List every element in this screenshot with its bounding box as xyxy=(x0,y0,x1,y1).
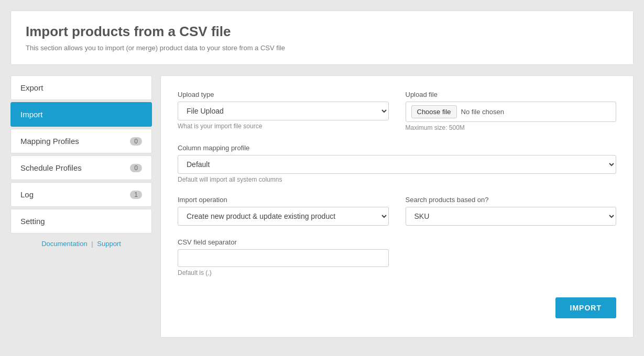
upload-file-hint: Maximum size: 500M xyxy=(406,124,617,131)
sidebar-item-setting[interactable]: Setting xyxy=(10,209,152,233)
mapping-profiles-badge: 0 xyxy=(130,137,142,146)
column-mapping-hint: Default will import all system columns xyxy=(178,176,616,183)
sidebar-item-label: Log xyxy=(20,190,34,199)
sidebar-links: Documentation | Support xyxy=(10,240,152,248)
sidebar: Export Import Mapping Profiles 0 Schedul… xyxy=(10,75,152,248)
sidebar-item-label: Import xyxy=(20,110,43,119)
content-panel: Upload type File Upload URL FTP What is … xyxy=(160,75,634,338)
no-file-text: No file chosen xyxy=(461,108,504,116)
upload-type-hint: What is your import file source xyxy=(178,123,389,130)
column-mapping-label: Column mapping profile xyxy=(178,144,616,152)
form-row-upload: Upload type File Upload URL FTP What is … xyxy=(178,91,616,131)
header-card: Import products from a CSV file This sec… xyxy=(10,10,634,65)
sidebar-item-import[interactable]: Import xyxy=(10,102,152,127)
upload-type-label: Upload type xyxy=(178,91,389,98)
search-products-group: Search products based on? SKU ID Name xyxy=(406,196,617,226)
upload-file-group: Upload file Choose file No file chosen M… xyxy=(406,91,617,131)
import-button[interactable]: IMPORT xyxy=(555,297,616,318)
form-row-separator: CSV field separator Default is (,) xyxy=(178,238,616,276)
link-separator: | xyxy=(91,240,93,248)
column-mapping-select[interactable]: Default xyxy=(178,155,616,174)
search-products-select[interactable]: SKU ID Name xyxy=(406,207,617,226)
sidebar-item-label: Schedule Profiles xyxy=(20,163,82,172)
import-operation-select[interactable]: Create new product & update existing pro… xyxy=(178,207,389,226)
search-products-label: Search products based on? xyxy=(406,196,617,204)
sidebar-item-export[interactable]: Export xyxy=(10,75,152,100)
page-subtitle: This section allows you to import (or me… xyxy=(26,44,618,52)
sidebar-item-label: Mapping Profiles xyxy=(20,137,79,146)
form-row-column-mapping: Column mapping profile Default Default w… xyxy=(178,144,616,183)
csv-separator-label: CSV field separator xyxy=(178,238,389,246)
log-badge: 1 xyxy=(130,191,142,199)
page-title: Import products from a CSV file xyxy=(26,24,618,40)
choose-file-button[interactable]: Choose file xyxy=(411,105,457,118)
footer-bar: IMPORT xyxy=(178,289,616,320)
schedule-profiles-badge: 0 xyxy=(130,164,142,172)
sidebar-item-mapping-profiles[interactable]: Mapping Profiles 0 xyxy=(10,129,152,153)
sidebar-item-schedule-profiles[interactable]: Schedule Profiles 0 xyxy=(10,155,152,180)
csv-separator-group: CSV field separator Default is (,) xyxy=(178,238,389,276)
upload-type-group: Upload type File Upload URL FTP What is … xyxy=(178,91,389,131)
upload-file-label: Upload file xyxy=(406,91,617,98)
sidebar-item-label: Setting xyxy=(20,217,45,226)
column-mapping-group: Column mapping profile Default Default w… xyxy=(178,144,616,183)
csv-separator-input[interactable] xyxy=(178,249,389,267)
sidebar-item-log[interactable]: Log 1 xyxy=(10,182,152,207)
import-operation-group: Import operation Create new product & up… xyxy=(178,196,389,226)
documentation-link[interactable]: Documentation xyxy=(41,240,87,248)
main-layout: Export Import Mapping Profiles 0 Schedul… xyxy=(10,75,634,338)
csv-separator-hint: Default is (,) xyxy=(178,269,389,276)
file-upload-area: Choose file No file chosen xyxy=(406,102,617,122)
upload-type-select[interactable]: File Upload URL FTP xyxy=(178,102,389,120)
support-link[interactable]: Support xyxy=(97,240,121,248)
empty-group xyxy=(406,238,617,276)
sidebar-item-label: Export xyxy=(20,83,43,92)
import-operation-label: Import operation xyxy=(178,196,389,204)
form-row-operation: Import operation Create new product & up… xyxy=(178,196,616,226)
